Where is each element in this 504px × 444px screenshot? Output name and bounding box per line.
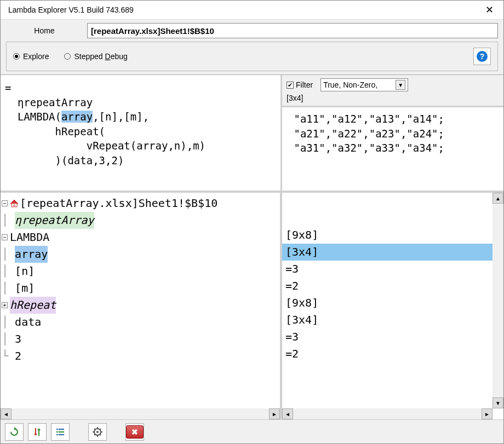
window-close-button[interactable]: ✕ bbox=[481, 4, 498, 16]
window-title: Lambda Explorer V5.1 Build 743.689 bbox=[8, 5, 134, 14]
tree-label: [n] bbox=[15, 263, 35, 280]
tree-row[interactable]: +hRepeat bbox=[2, 297, 279, 314]
formula-line: vRepeat(array,n),m) bbox=[5, 139, 276, 153]
values-hscrollbar[interactable]: ◄ ► bbox=[282, 408, 492, 419]
tree-row[interactable]: │ ηrepeatArray bbox=[2, 212, 279, 229]
refresh-button[interactable] bbox=[5, 423, 24, 441]
values-content[interactable]: [9x8] [3x4] =3 =2 [9x8] [3x4] =3 =2 bbox=[282, 193, 503, 419]
tree-row[interactable]: │ 3 bbox=[2, 331, 279, 348]
chevron-down-icon: ▼ bbox=[396, 80, 405, 90]
home-icon bbox=[10, 200, 19, 207]
mode-radio-group: Explore Stepped Debug bbox=[13, 52, 128, 61]
scroll-right-icon[interactable]: ► bbox=[482, 408, 492, 419]
formula-line: = bbox=[5, 80, 276, 95]
value-row[interactable]: [9x8] bbox=[282, 295, 503, 312]
value-row[interactable]: [3x4] bbox=[282, 312, 503, 328]
filter-dropdown-value: True, Non-Zero, bbox=[323, 80, 377, 89]
tree-label: data bbox=[15, 314, 41, 331]
values-vscrollbar[interactable]: ▲ ▼ bbox=[492, 193, 503, 408]
highlighted-param: array bbox=[61, 111, 93, 123]
filter-pane: ✔ Filter True, Non-Zero, ▼ [3x4] "a11","… bbox=[282, 75, 503, 191]
formula-line: hRepeat( bbox=[5, 124, 276, 139]
filter-dimensions: [3x4] bbox=[287, 94, 499, 102]
reference-row: Home bbox=[6, 23, 498, 38]
tree-hscrollbar[interactable]: ◄ ► bbox=[1, 408, 280, 419]
close-button[interactable]: ✖ bbox=[125, 423, 144, 441]
filter-checkbox[interactable]: ✔ Filter bbox=[287, 80, 313, 89]
formula-line: ηrepeatArray bbox=[5, 95, 276, 110]
svg-rect-10 bbox=[59, 434, 64, 435]
bottom-toolbar: ✖ bbox=[1, 419, 503, 443]
scroll-right-icon[interactable]: ► bbox=[269, 408, 280, 419]
tree-content[interactable]: −[repeatArray.xlsx]Sheet1!$B$10 │ ηrepea… bbox=[1, 193, 280, 408]
swap-button[interactable] bbox=[28, 423, 47, 441]
value-row[interactable]: =2 bbox=[282, 278, 503, 295]
collapse-icon[interactable]: − bbox=[2, 234, 8, 240]
formula-line: LAMBDA(array,[n],[m], bbox=[5, 109, 276, 124]
svg-line-17 bbox=[94, 429, 95, 430]
list-button[interactable] bbox=[51, 423, 70, 441]
expand-icon[interactable]: + bbox=[2, 302, 8, 308]
help-button[interactable]: ? bbox=[473, 48, 491, 65]
mode-toolbar: Explore Stepped Debug ? bbox=[6, 42, 498, 71]
svg-marker-1 bbox=[10, 200, 18, 204]
value-row[interactable]: =3 bbox=[282, 328, 503, 345]
stepped-debug-radio[interactable]: Stepped Debug bbox=[64, 52, 127, 61]
tree-row[interactable]: │ [n] bbox=[2, 263, 279, 280]
svg-rect-7 bbox=[56, 431, 58, 433]
collapse-icon[interactable]: − bbox=[2, 200, 8, 206]
main-area: = ηrepeatArray LAMBDA(array,[n],[m], hRe… bbox=[1, 74, 503, 419]
lower-split: −[repeatArray.xlsx]Sheet1!$B$10 │ ηrepea… bbox=[1, 191, 503, 419]
tree-root-row[interactable]: −[repeatArray.xlsx]Sheet1!$B$10 bbox=[2, 195, 279, 212]
array-line: "a21","a22","a23","a24"; bbox=[288, 126, 498, 141]
reference-input[interactable] bbox=[87, 23, 498, 38]
checkbox-icon: ✔ bbox=[287, 82, 294, 89]
help-icon: ? bbox=[477, 51, 488, 62]
filter-dropdown[interactable]: True, Non-Zero, ▼ bbox=[320, 78, 408, 91]
formula-line: )(data,3,2) bbox=[5, 153, 276, 168]
radio-dot-icon bbox=[64, 53, 71, 60]
svg-marker-4 bbox=[37, 428, 41, 430]
value-row[interactable]: =2 bbox=[282, 345, 503, 362]
tree-row[interactable]: └ 2 bbox=[2, 348, 279, 365]
svg-point-12 bbox=[96, 431, 99, 433]
values-pane: [9x8] [3x4] =3 =2 [9x8] [3x4] =3 =2 ▲ ▼ … bbox=[282, 193, 503, 419]
value-row[interactable]: [9x8] bbox=[282, 227, 503, 244]
tree-row[interactable]: │ array bbox=[2, 246, 279, 263]
tree-label: hRepeat bbox=[10, 297, 56, 314]
tree-row[interactable]: −LAMBDA bbox=[2, 229, 279, 246]
app-window: Lambda Explorer V5.1 Build 743.689 ✕ Hom… bbox=[0, 0, 504, 444]
svg-marker-3 bbox=[34, 434, 37, 436]
tree-row[interactable]: │ [m] bbox=[2, 280, 279, 297]
list-icon bbox=[55, 427, 65, 437]
radio-dot-icon bbox=[13, 53, 20, 60]
home-label: Home bbox=[6, 26, 83, 35]
array-line: "a31","a32","a33","a34"; bbox=[288, 141, 498, 155]
tree-row[interactable]: │ data bbox=[2, 314, 279, 331]
value-row[interactable]: [3x4] bbox=[282, 244, 503, 261]
settings-button[interactable] bbox=[88, 423, 107, 441]
array-display[interactable]: "a11","a12","a13","a14"; "a21","a22","a2… bbox=[282, 107, 503, 191]
explore-radio-label: Explore bbox=[23, 52, 49, 61]
svg-line-18 bbox=[100, 434, 101, 435]
array-line: "a11","a12","a13","a14"; bbox=[288, 112, 498, 126]
tree-label: [m] bbox=[15, 280, 35, 297]
tree-pane: −[repeatArray.xlsx]Sheet1!$B$10 │ ηrepea… bbox=[1, 193, 282, 419]
explore-radio[interactable]: Explore bbox=[13, 52, 49, 61]
gear-icon bbox=[93, 427, 102, 437]
value-row[interactable]: =3 bbox=[282, 261, 503, 278]
scroll-down-icon[interactable]: ▼ bbox=[492, 397, 503, 408]
svg-line-19 bbox=[94, 434, 95, 435]
filter-checkbox-label: Filter bbox=[296, 80, 313, 89]
formula-pane[interactable]: = ηrepeatArray LAMBDA(array,[n],[m], hRe… bbox=[1, 75, 282, 191]
scroll-left-icon[interactable]: ◄ bbox=[1, 408, 12, 419]
svg-line-20 bbox=[100, 429, 101, 430]
tree-label: ηrepeatArray bbox=[15, 212, 94, 229]
tree-label: LAMBDA bbox=[10, 229, 49, 246]
svg-rect-5 bbox=[56, 429, 58, 430]
title-bar: Lambda Explorer V5.1 Build 743.689 ✕ bbox=[1, 1, 503, 20]
scroll-left-icon[interactable]: ◄ bbox=[282, 408, 293, 419]
upper-split: = ηrepeatArray LAMBDA(array,[n],[m], hRe… bbox=[1, 74, 503, 191]
tree-label: 3 bbox=[15, 331, 21, 348]
scroll-up-icon[interactable]: ▲ bbox=[492, 193, 503, 204]
